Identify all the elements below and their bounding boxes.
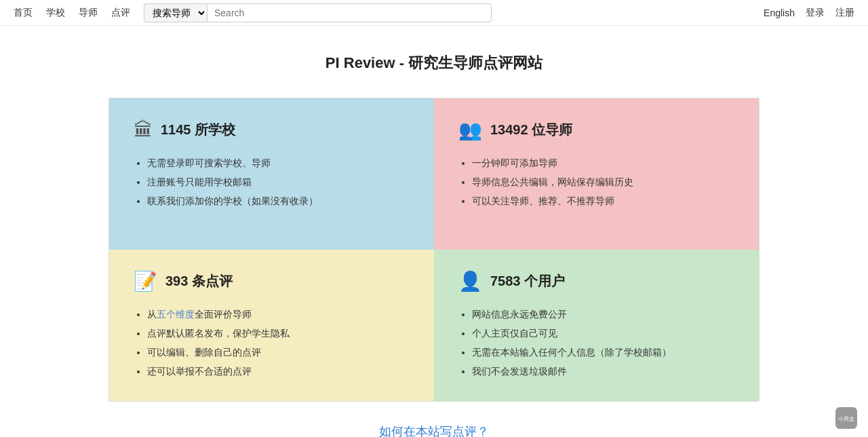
reviews-list: 从五个维度全面评价导师 点评默认匿名发布，保护学生隐私 可以编辑、删除自己的点评… [134,305,410,381]
card-advisors: 👥 13492 位导师 一分钟即可添加导师 导师信息公共编辑，网站保存编辑历史 … [434,98,759,250]
list-item: 个人主页仅自己可见 [472,324,734,343]
card-schools: 🏛 1145 所学校 无需登录即可搜索学校、导师 注册账号只能用学校邮箱 联系我… [109,98,434,250]
card-reviews-header: 📝 393 条点评 [134,270,410,292]
reviews-icon: 📝 [134,270,157,292]
list-item: 一分钟即可添加导师 [472,153,734,172]
schools-title: 1145 所学校 [161,121,235,139]
users-icon: 👤 [458,270,482,292]
list-item: 无需在本站输入任何个人信息（除了学校邮箱） [472,343,734,362]
stats-grid: 🏛 1145 所学校 无需登录即可搜索学校、导师 注册账号只能用学校邮箱 联系我… [108,98,760,402]
nav-links: 首页 学校 导师 点评 [14,7,130,19]
list-item: 联系我们添加你的学校（如果没有收录） [147,191,410,210]
schools-icon: 🏛 [134,119,153,141]
list-item: 还可以举报不合适的点评 [147,362,410,381]
schools-list: 无需登录即可搜索学校、导师 注册账号只能用学校邮箱 联系我们添加你的学校（如果没… [134,153,410,210]
search-type-select[interactable]: 搜索导师 [144,3,207,22]
search-area: 搜索导师 [144,3,764,22]
list-item: 导师信息公共编辑，网站保存编辑历史 [472,172,734,191]
advisors-title: 13492 位导师 [490,121,572,139]
page-title: PI Review - 研究生导师点评网站 [108,53,760,73]
search-input[interactable] [207,3,492,22]
list-item: 无需登录即可搜索学校、导师 [147,153,410,172]
nav-advisor[interactable]: 导师 [79,7,98,19]
card-schools-header: 🏛 1145 所学校 [134,119,410,141]
list-item: 点评默认匿名发布，保护学生隐私 [147,324,410,343]
watermark-icon: 小黑盒 [835,407,857,429]
nav-lang[interactable]: English [764,7,795,18]
users-title: 7583 个用户 [490,272,565,290]
main-content: PI Review - 研究生导师点评网站 🏛 1145 所学校 无需登录即可搜… [95,26,773,437]
nav-review[interactable]: 点评 [111,7,130,19]
svg-text:小黑盒: 小黑盒 [838,416,854,422]
list-item: 可以编辑、删除自己的点评 [147,343,410,362]
five-dimensions-link[interactable]: 五个维度 [157,309,195,320]
users-list: 网站信息永远免费公开 个人主页仅自己可见 无需在本站输入任何个人信息（除了学校邮… [458,305,734,381]
navbar: 首页 学校 导师 点评 搜索导师 English 登录 注册 [0,0,868,26]
how-to-write-link[interactable]: 如何在本站写点评？ [379,425,489,437]
reviews-title: 393 条点评 [165,272,233,290]
list-item: 可以关注导师、推荐、不推荐导师 [472,191,734,210]
advisors-list: 一分钟即可添加导师 导师信息公共编辑，网站保存编辑历史 可以关注导师、推荐、不推… [458,153,734,210]
card-users-header: 👤 7583 个用户 [458,270,734,292]
advisors-icon: 👥 [458,119,482,141]
card-advisors-header: 👥 13492 位导师 [458,119,734,141]
watermark: 小黑盒 [835,407,857,429]
card-users: 👤 7583 个用户 网站信息永远免费公开 个人主页仅自己可见 无需在本站输入任… [434,250,759,401]
nav-register[interactable]: 注册 [835,7,854,19]
nav-right: English 登录 注册 [764,7,854,19]
card-reviews: 📝 393 条点评 从五个维度全面评价导师 点评默认匿名发布，保护学生隐私 可以… [109,250,434,401]
nav-home[interactable]: 首页 [14,7,33,19]
list-item: 从五个维度全面评价导师 [147,305,410,324]
nav-login[interactable]: 登录 [806,7,825,19]
list-item: 我们不会发送垃圾邮件 [472,362,734,381]
list-item: 网站信息永远免费公开 [472,305,734,324]
nav-school[interactable]: 学校 [46,7,65,19]
list-item: 注册账号只能用学校邮箱 [147,172,410,191]
bottom-link-container: 如何在本站写点评？ [108,423,760,437]
